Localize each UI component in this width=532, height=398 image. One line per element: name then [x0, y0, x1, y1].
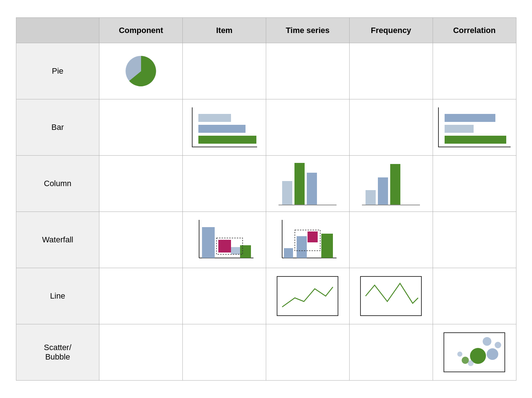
cell-column-timeseries	[266, 156, 349, 212]
bar-row-3	[198, 136, 257, 144]
bar-3	[198, 136, 256, 144]
line-ts-wrapper	[269, 271, 346, 321]
main-table-container: Component Item Time series Frequency Cor…	[16, 17, 516, 381]
cell-scatter-correlation	[433, 324, 516, 381]
scatter-box	[444, 332, 505, 372]
table-row: Pie	[16, 43, 516, 99]
svg-point-19	[457, 352, 462, 357]
line-ts-svg	[279, 278, 337, 314]
cell-scatter-timeseries	[266, 324, 349, 381]
col-chart-timeseries-wrapper	[269, 159, 346, 209]
cell-bar-correlation	[433, 99, 516, 156]
cell-pie-timeseries	[266, 43, 349, 99]
cell-bar-timeseries	[266, 99, 349, 156]
cell-bar-component	[99, 99, 183, 156]
col-header-blank	[16, 18, 99, 43]
svg-point-17	[483, 337, 491, 346]
cell-column-component	[99, 156, 183, 212]
cell-waterfall-component	[99, 212, 183, 268]
line-ts-box	[277, 276, 338, 316]
cell-pie-frequency	[349, 43, 433, 99]
cell-scatter-component	[99, 324, 183, 381]
bar-1	[198, 114, 231, 122]
line-freq-box	[360, 276, 422, 316]
bar-chart-corr	[438, 107, 511, 147]
bar-row-1	[198, 114, 257, 122]
cell-column-correlation	[433, 156, 516, 212]
line-freq-svg	[362, 278, 420, 314]
col-header-item: Item	[183, 18, 266, 43]
cell-bar-item	[183, 99, 266, 156]
svg-point-16	[487, 348, 498, 360]
row-label-line: Line	[16, 268, 99, 324]
cell-line-correlation	[433, 268, 516, 324]
cell-line-timeseries	[266, 268, 349, 324]
cell-scatter-frequency	[349, 324, 433, 381]
bar-chart-item-wrapper	[186, 102, 263, 152]
svg-rect-4	[218, 240, 231, 253]
bar-chart-corr-wrapper	[436, 102, 513, 152]
line-freq-wrapper	[352, 271, 430, 321]
col-freq-bar-3	[390, 164, 400, 205]
cell-scatter-item	[183, 324, 266, 381]
chart-type-table: Component Item Time series Frequency Cor…	[16, 17, 516, 381]
waterfall-ts-wrapper	[269, 215, 346, 265]
corr-bar-3	[445, 136, 506, 144]
corr-bar-row-3	[445, 136, 511, 144]
bar-row-2	[198, 125, 257, 133]
col-chart-freq	[362, 162, 420, 205]
cell-pie-component	[99, 43, 183, 99]
svg-rect-13	[321, 234, 333, 258]
col-freq-bar-1	[366, 190, 376, 205]
cell-waterfall-item	[183, 212, 266, 268]
cell-pie-item	[183, 43, 266, 99]
cell-bar-frequency	[349, 99, 433, 156]
col-header-timeseries: Time series	[266, 18, 349, 43]
corr-bar-2	[445, 125, 474, 133]
cell-column-item	[183, 156, 266, 212]
svg-rect-6	[240, 245, 251, 258]
bar-chart-item	[192, 107, 257, 147]
col-bar-3	[307, 173, 317, 205]
table-row: Scatter/ Bubble	[16, 324, 516, 381]
svg-point-21	[495, 342, 501, 348]
table-row: Bar	[16, 99, 516, 156]
svg-rect-5	[231, 247, 240, 254]
row-label-waterfall: Waterfall	[16, 212, 99, 268]
table-row: Waterfall	[16, 212, 516, 268]
col-header-correlation: Correlation	[433, 18, 516, 43]
svg-point-18	[462, 357, 469, 364]
col-header-frequency: Frequency	[349, 18, 433, 43]
row-label-bar: Bar	[16, 99, 99, 156]
cell-line-item	[183, 268, 266, 324]
pie-chart-icon	[121, 51, 161, 91]
col-header-component: Component	[99, 18, 183, 43]
cell-waterfall-frequency	[349, 212, 433, 268]
corr-bar-row-2	[445, 125, 511, 133]
cell-pie-correlation	[433, 43, 516, 99]
waterfall-ts-svg	[275, 216, 340, 263]
corr-bar-1	[445, 114, 495, 122]
corr-bar-row-1	[445, 114, 511, 122]
scatter-svg	[445, 334, 503, 370]
col-freq-bar-2	[378, 177, 388, 205]
cell-waterfall-correlation	[433, 212, 516, 268]
svg-rect-3	[202, 227, 215, 258]
cell-column-frequency	[349, 156, 433, 212]
svg-rect-12	[308, 231, 318, 242]
col-chart-freq-wrapper	[352, 159, 430, 209]
row-label-column: Column	[16, 156, 99, 212]
cell-waterfall-timeseries	[266, 212, 349, 268]
table-row: Column	[16, 156, 516, 212]
row-label-scatter: Scatter/ Bubble	[16, 324, 99, 381]
col-chart-timeseries	[279, 162, 337, 205]
cell-line-frequency	[349, 268, 433, 324]
pie-chart-wrapper	[102, 46, 180, 96]
col-bar-2	[294, 163, 305, 205]
table-row: Line	[16, 268, 516, 324]
col-bar-1	[282, 181, 292, 205]
svg-rect-10	[284, 248, 293, 258]
cell-line-component	[99, 268, 183, 324]
waterfall-item-wrapper	[186, 215, 263, 265]
row-label-pie: Pie	[16, 43, 99, 99]
